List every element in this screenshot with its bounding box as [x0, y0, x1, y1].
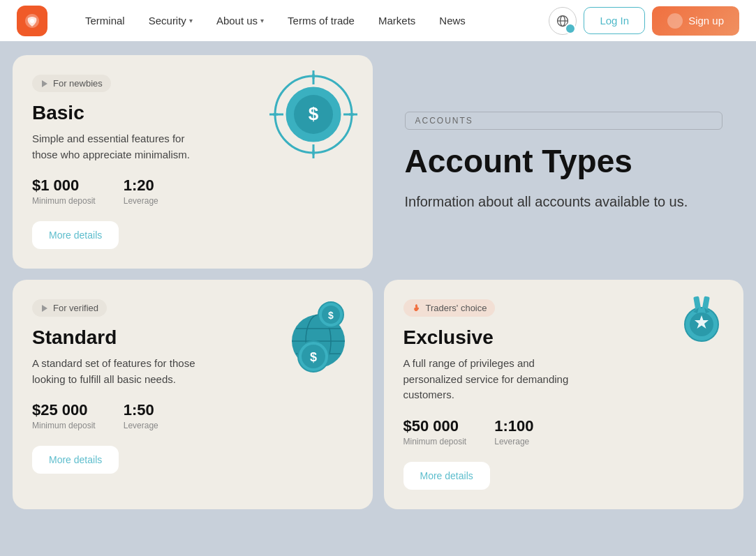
nav-about[interactable]: About us ▾: [207, 9, 274, 32]
exclusive-deposit: $50 000 Minimum deposit: [403, 417, 467, 446]
nav-news[interactable]: News: [429, 9, 475, 32]
basic-deposit: $1 000 Minimum deposit: [32, 176, 96, 206]
chevron-down-icon: ▾: [260, 17, 264, 24]
info-panel: ACCOUNTS Account Types Information about…: [384, 55, 744, 269]
standard-more-details-button[interactable]: More details: [32, 446, 119, 474]
login-button[interactable]: Log In: [584, 7, 645, 34]
nav-links: Terminal Security ▾ About us ▾ Terms of …: [75, 9, 549, 32]
logo[interactable]: [17, 6, 47, 36]
nav-security[interactable]: Security ▾: [139, 9, 202, 32]
basic-more-details-button[interactable]: More details: [32, 221, 119, 249]
exclusive-illustration: [674, 294, 729, 352]
standard-leverage: 1:50 Leverage: [124, 401, 158, 430]
exclusive-more-details-button[interactable]: More details: [403, 462, 490, 490]
navbar-right: Log In Sign up: [549, 6, 739, 36]
standard-description: A standard set of features for those loo…: [32, 356, 200, 387]
basic-description: Simple and essential features for those …: [32, 131, 200, 163]
badge-traders: Traders' choice: [403, 299, 496, 317]
card-exclusive: Traders' choice Exclusive A full range o…: [384, 280, 744, 509]
card-basic: For newbies $: [13, 55, 373, 269]
language-selector[interactable]: [549, 7, 577, 35]
basic-leverage: 1:20 Leverage: [124, 176, 158, 206]
signup-button[interactable]: Sign up: [652, 6, 739, 36]
standard-deposit: $25 000 Minimum deposit: [32, 401, 96, 430]
exclusive-description: A full range of privileges and personali…: [403, 356, 571, 403]
svg-text:$: $: [309, 350, 316, 364]
standard-stats: $25 000 Minimum deposit 1:50 Leverage: [32, 401, 353, 430]
navbar: Terminal Security ▾ About us ▾ Terms of …: [0, 0, 756, 41]
play-icon: [40, 304, 49, 313]
svg-marker-17: [42, 305, 47, 312]
user-avatar-icon: [667, 13, 683, 29]
basic-illustration: $: [268, 69, 359, 163]
exclusive-leverage: 1:100 Leverage: [494, 417, 533, 446]
standard-illustration: $ $: [282, 294, 359, 380]
nav-markets[interactable]: Markets: [369, 9, 425, 32]
accounts-badge: ACCOUNTS: [405, 112, 723, 130]
flame-icon: [412, 303, 422, 313]
svg-point-0: [30, 19, 34, 23]
badge-verified: For verified: [32, 299, 107, 317]
badge-newbies: For newbies: [32, 75, 111, 92]
card-standard: For verified $ $ Standard: [13, 280, 373, 509]
exclusive-stats: $50 000 Minimum deposit 1:100 Leverage: [403, 417, 725, 446]
account-types-title: Account Types: [405, 144, 723, 179]
account-types-description: Information about all accounts available…: [405, 191, 723, 212]
play-icon: [40, 80, 49, 88]
chevron-down-icon: ▾: [189, 17, 193, 24]
svg-text:$: $: [328, 310, 334, 321]
main-content: For newbies $: [0, 41, 756, 523]
nav-terminal[interactable]: Terminal: [75, 9, 135, 32]
nav-terms[interactable]: Terms of trade: [278, 9, 364, 32]
svg-text:$: $: [308, 103, 318, 124]
svg-marker-4: [42, 80, 47, 87]
basic-stats: $1 000 Minimum deposit 1:20 Leverage: [32, 176, 353, 206]
